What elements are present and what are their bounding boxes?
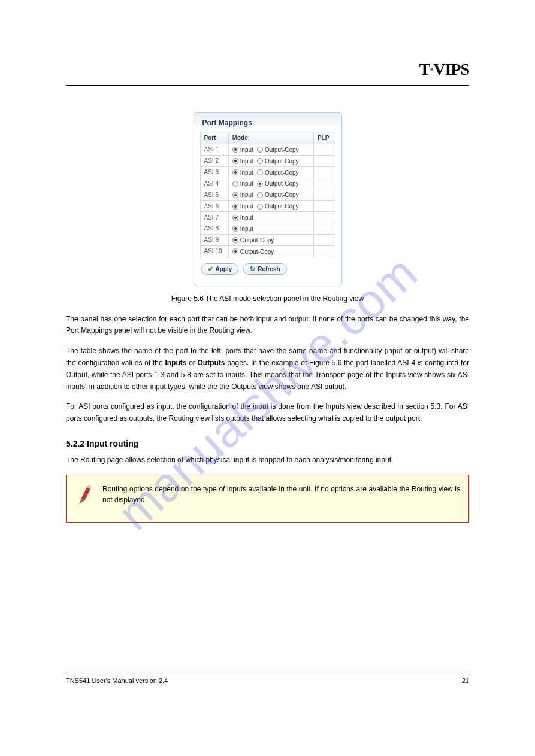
- table-row: ASI 9Output-Copy: [200, 234, 335, 245]
- plp-cell: [313, 178, 335, 189]
- footer-right: 21: [462, 677, 469, 684]
- note-text: Routing options depend on the type of in…: [102, 485, 460, 504]
- logo-pre: T: [419, 60, 430, 78]
- label-input: Input: [240, 158, 253, 165]
- col-mode: Mode: [228, 132, 313, 144]
- label-output: Output-Copy: [265, 158, 299, 165]
- port-cell: ASI 8: [200, 223, 228, 235]
- logo-post: VIPS: [433, 60, 469, 78]
- mode-cell: InputOutput-Copy: [228, 144, 313, 156]
- radio-output[interactable]: [257, 147, 263, 153]
- page-footer: TNS541 User's Manual version 2.4 21: [66, 673, 469, 684]
- label-output: Output-Copy: [240, 237, 274, 244]
- table-row: ASI 2InputOutput-Copy: [200, 155, 335, 166]
- plp-cell: [313, 144, 335, 156]
- radio-input[interactable]: [232, 204, 238, 210]
- mode-cell: InputOutput-Copy: [228, 189, 313, 201]
- label-input: Input: [240, 226, 253, 232]
- mode-cell: Output-Copy: [228, 234, 313, 245]
- table-row: ASI 8Input: [200, 223, 335, 235]
- radio-output[interactable]: [257, 169, 263, 175]
- label-output: Output-Copy: [265, 192, 299, 198]
- label-input: Input: [240, 180, 253, 187]
- heading-5-2-2: 5.2.2 Input routing: [66, 437, 469, 451]
- table-row: ASI 5InputOutput-Copy: [200, 189, 335, 201]
- port-cell: ASI 2: [200, 155, 228, 166]
- button-row: ✔ Apply ↻ Refresh: [200, 263, 335, 275]
- radio-input[interactable]: [232, 215, 238, 221]
- table-row: ASI 1InputOutput-Copy: [200, 144, 335, 156]
- plp-cell: [313, 189, 335, 201]
- port-cell: ASI 1: [200, 144, 228, 156]
- radio-input[interactable]: [232, 169, 238, 175]
- port-mappings-panel: Port Mappings Port Mode PLP ASI 1InputOu…: [194, 112, 342, 286]
- label-input: Input: [240, 169, 253, 176]
- port-cell: ASI 5: [200, 189, 228, 201]
- plp-cell: [313, 234, 335, 245]
- plp-cell: [313, 166, 335, 178]
- mode-cell: InputOutput-Copy: [228, 166, 313, 178]
- table-row: ASI 10Output-Copy: [200, 245, 335, 257]
- mode-cell: Output-Copy: [228, 245, 313, 257]
- label-input: Input: [240, 214, 253, 221]
- port-cell: ASI 3: [200, 166, 228, 178]
- mode-cell: Input: [228, 223, 313, 235]
- figure-container: Port Mappings Port Mode PLP ASI 1InputOu…: [66, 112, 469, 286]
- port-cell: ASI 7: [200, 212, 228, 223]
- label-input: Input: [240, 192, 253, 198]
- radio-output[interactable]: [232, 248, 238, 254]
- label-input: Input: [240, 203, 253, 210]
- brand-logo: T·VIPS: [419, 60, 469, 79]
- col-port: Port: [200, 132, 228, 144]
- plp-cell: [313, 223, 335, 235]
- refresh-button[interactable]: ↻ Refresh: [243, 263, 286, 275]
- radio-input[interactable]: [232, 147, 238, 153]
- mode-cell: InputOutput-Copy: [228, 201, 313, 212]
- radio-input[interactable]: [232, 192, 238, 198]
- label-output: Output-Copy: [265, 203, 299, 210]
- check-icon: ✔: [208, 265, 213, 273]
- table-row: ASI 4InputOutput-Copy: [200, 178, 335, 189]
- label-output: Output-Copy: [240, 248, 274, 255]
- paragraph-3: For ASI ports configured as input, the c…: [66, 401, 469, 425]
- mode-cell: InputOutput-Copy: [228, 178, 313, 189]
- note-box: Routing options depend on the type of in…: [66, 475, 469, 523]
- footer-left: TNS541 User's Manual version 2.4: [66, 677, 168, 684]
- apply-label: Apply: [216, 266, 232, 272]
- label-output: Output-Copy: [265, 169, 299, 176]
- header-rule: [66, 85, 469, 86]
- table-row: ASI 6InputOutput-Copy: [200, 201, 335, 212]
- refresh-icon: ↻: [250, 265, 255, 273]
- port-mappings-table: Port Mode PLP ASI 1InputOutput-CopyASI 2…: [200, 132, 335, 257]
- mode-cell: Input: [228, 212, 313, 223]
- paragraph-4: The Routing page allows selection of whi…: [66, 454, 469, 466]
- plp-cell: [313, 212, 335, 223]
- radio-input[interactable]: [232, 226, 238, 232]
- plp-cell: [313, 155, 335, 166]
- label-output: Output-Copy: [265, 180, 299, 187]
- apply-button[interactable]: ✔ Apply: [201, 263, 239, 275]
- figure-caption: Figure 5.6 The ASI mode selection panel …: [66, 294, 469, 303]
- radio-input[interactable]: [232, 158, 238, 164]
- port-cell: ASI 6: [200, 201, 228, 212]
- plp-cell: [313, 201, 335, 212]
- radio-output[interactable]: [257, 204, 263, 210]
- plp-cell: [313, 245, 335, 257]
- radio-input[interactable]: [232, 181, 238, 187]
- paragraph-2: The table shows the name of the port to …: [66, 345, 469, 393]
- radio-output[interactable]: [232, 237, 238, 243]
- label-output: Output-Copy: [265, 147, 299, 153]
- table-row: ASI 7Input: [200, 212, 335, 223]
- radio-output[interactable]: [257, 192, 263, 198]
- radio-output[interactable]: [257, 181, 263, 187]
- radio-output[interactable]: [257, 158, 263, 164]
- label-input: Input: [240, 147, 253, 153]
- panel-title: Port Mappings: [200, 117, 335, 132]
- table-header-row: Port Mode PLP: [200, 132, 335, 144]
- table-row: ASI 3InputOutput-Copy: [200, 166, 335, 178]
- paragraph-1: The panel has one selection for each por…: [66, 314, 469, 338]
- refresh-label: Refresh: [258, 266, 280, 272]
- col-plp: PLP: [313, 132, 335, 144]
- body-text: The panel has one selection for each por…: [66, 314, 469, 523]
- port-cell: ASI 10: [200, 245, 228, 257]
